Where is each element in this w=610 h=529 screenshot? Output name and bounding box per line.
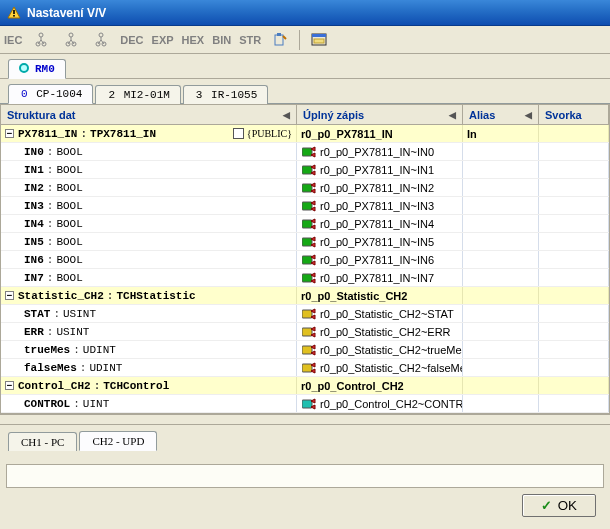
cell-alias[interactable]	[463, 215, 539, 232]
io-icon	[301, 325, 317, 339]
io-icon	[301, 145, 317, 159]
cell-svorka[interactable]	[539, 161, 609, 178]
collapse-icon[interactable]: −	[5, 291, 14, 300]
cell-alias[interactable]	[463, 251, 539, 268]
cell-svorka[interactable]	[539, 395, 609, 412]
data-row[interactable]: ERR:USINTr0_p0_Statistic_CH2~ERR	[1, 323, 609, 341]
cell-struktura: STAT:USINT	[1, 305, 297, 322]
cell-svorka[interactable]	[539, 197, 609, 214]
io-icon	[301, 271, 317, 285]
cell-alias[interactable]	[463, 233, 539, 250]
cell-alias[interactable]	[463, 359, 539, 376]
cell-alias[interactable]	[463, 287, 539, 304]
rack-tab[interactable]: RM0	[8, 59, 66, 79]
data-row[interactable]: falseMes:UDINTr0_p0_Statistic_CH2~falseM…	[1, 359, 609, 377]
cell-svorka[interactable]	[539, 359, 609, 376]
node-icon-1[interactable]	[30, 30, 52, 50]
collapse-icon[interactable]: −	[5, 129, 14, 138]
ok-button[interactable]: ✓ OK	[522, 494, 596, 517]
cell-zapis: r0_p0_Control_CH2	[297, 377, 463, 394]
cell-svorka[interactable]	[539, 323, 609, 340]
cell-alias[interactable]	[463, 305, 539, 322]
col-header-alias[interactable]: Alias◀	[463, 105, 539, 124]
exp-button[interactable]: EXP	[152, 34, 174, 46]
col-header-struktura[interactable]: Struktura dat◀	[1, 105, 297, 124]
tool-icon-1[interactable]	[269, 30, 291, 50]
cell-zapis: r0_p0_PX7811_IN~IN1	[297, 161, 463, 178]
cell-struktura: IN0:BOOL	[1, 143, 297, 160]
dec-button[interactable]: DEC	[120, 34, 143, 46]
module-tab[interactable]: 2 MI2-01M	[95, 85, 180, 104]
cell-svorka[interactable]	[539, 269, 609, 286]
cell-alias[interactable]	[463, 179, 539, 196]
cell-svorka[interactable]	[539, 233, 609, 250]
cell-svorka[interactable]	[539, 341, 609, 358]
data-row[interactable]: IN2:BOOLr0_p0_PX7811_IN~IN2	[1, 179, 609, 197]
data-row[interactable]: IN4:BOOLr0_p0_PX7811_IN~IN4	[1, 215, 609, 233]
node-icon-3[interactable]	[90, 30, 112, 50]
bin-button[interactable]: BIN	[212, 34, 231, 46]
cell-alias[interactable]	[463, 341, 539, 358]
collapse-icon[interactable]: −	[5, 381, 14, 390]
cell-alias[interactable]	[463, 395, 539, 412]
data-row[interactable]: IN6:BOOLr0_p0_PX7811_IN~IN6	[1, 251, 609, 269]
hex-button[interactable]: HEX	[182, 34, 205, 46]
cell-svorka[interactable]	[539, 143, 609, 160]
cell-struktura: IN1:BOOL	[1, 161, 297, 178]
cell-zapis: r0_p0_PX7811_IN~IN0	[297, 143, 463, 160]
col-header-zapis[interactable]: Úplný zápis◀	[297, 105, 463, 124]
cell-zapis: r0_p0_PX7811_IN~IN3	[297, 197, 463, 214]
cell-svorka[interactable]	[539, 125, 609, 142]
data-row[interactable]: IN3:BOOLr0_p0_PX7811_IN~IN3	[1, 197, 609, 215]
cell-struktura: −Statistic_CH2:TCHStatistic	[1, 287, 297, 304]
cell-zapis: r0_p0_PX7811_IN~IN7	[297, 269, 463, 286]
cell-alias[interactable]	[463, 143, 539, 160]
data-row[interactable]: trueMes:UDINTr0_p0_Statistic_CH2~trueMes	[1, 341, 609, 359]
window-title: Nastavení V/V	[27, 6, 106, 20]
cell-svorka[interactable]	[539, 251, 609, 268]
data-row[interactable]: STAT:USINTr0_p0_Statistic_CH2~STAT	[1, 305, 609, 323]
cell-alias[interactable]	[463, 323, 539, 340]
cell-zapis: r0_p0_Statistic_CH2~ERR	[297, 323, 463, 340]
cell-struktura: falseMes:UDINT	[1, 359, 297, 376]
data-row[interactable]: CONTROL:UINTr0_p0_Control_CH2~CONTROL	[1, 395, 609, 413]
cell-svorka[interactable]	[539, 179, 609, 196]
public-checkbox[interactable]: {PUBLIC}	[233, 128, 292, 139]
cell-svorka[interactable]	[539, 377, 609, 394]
io-icon	[301, 343, 317, 357]
str-button[interactable]: STR	[239, 34, 261, 46]
grid-footer-spacer	[0, 414, 610, 424]
module-tab[interactable]: 3 IR-1055	[183, 85, 268, 104]
col-header-svorka[interactable]: Svorka	[539, 105, 609, 124]
cell-alias[interactable]: In	[463, 125, 539, 142]
group-row[interactable]: −PX7811_IN:TPX7811_IN{PUBLIC}r0_p0_PX781…	[1, 125, 609, 143]
cell-svorka[interactable]	[539, 305, 609, 322]
cell-alias[interactable]	[463, 377, 539, 394]
cell-svorka[interactable]	[539, 287, 609, 304]
io-icon	[301, 397, 317, 411]
svg-point-8	[99, 33, 103, 37]
cell-svorka[interactable]	[539, 215, 609, 232]
cell-alias[interactable]	[463, 161, 539, 178]
node-icon-2[interactable]	[60, 30, 82, 50]
data-row[interactable]: IN7:BOOLr0_p0_PX7811_IN~IN7	[1, 269, 609, 287]
screen-icon[interactable]	[308, 30, 330, 50]
group-row[interactable]: −Statistic_CH2:TCHStatisticr0_p0_Statist…	[1, 287, 609, 305]
cell-alias[interactable]	[463, 269, 539, 286]
data-row[interactable]: IN0:BOOLr0_p0_PX7811_IN~IN0	[1, 143, 609, 161]
warning-icon	[6, 5, 22, 21]
cell-zapis: r0_p0_PX7811_IN	[297, 125, 463, 142]
data-row[interactable]: IN5:BOOLr0_p0_PX7811_IN~IN5	[1, 233, 609, 251]
cell-alias[interactable]	[463, 197, 539, 214]
sort-arrow-icon: ◀	[525, 110, 532, 120]
channel-tab[interactable]: CH1 - PC	[8, 432, 77, 451]
module-tabs: 0 CP-10042 MI2-01M3 IR-1055	[0, 79, 610, 104]
group-row[interactable]: −Control_CH2:TCHControlr0_p0_Control_CH2	[1, 377, 609, 395]
data-row[interactable]: IN1:BOOLr0_p0_PX7811_IN~IN1	[1, 161, 609, 179]
iec-button[interactable]: IEC	[4, 34, 22, 46]
cell-struktura: IN2:BOOL	[1, 179, 297, 196]
svg-point-5	[69, 33, 73, 37]
module-tab[interactable]: 0 CP-1004	[8, 84, 93, 104]
svg-rect-1	[13, 15, 15, 17]
channel-tab[interactable]: CH2 - UPD	[79, 431, 157, 451]
